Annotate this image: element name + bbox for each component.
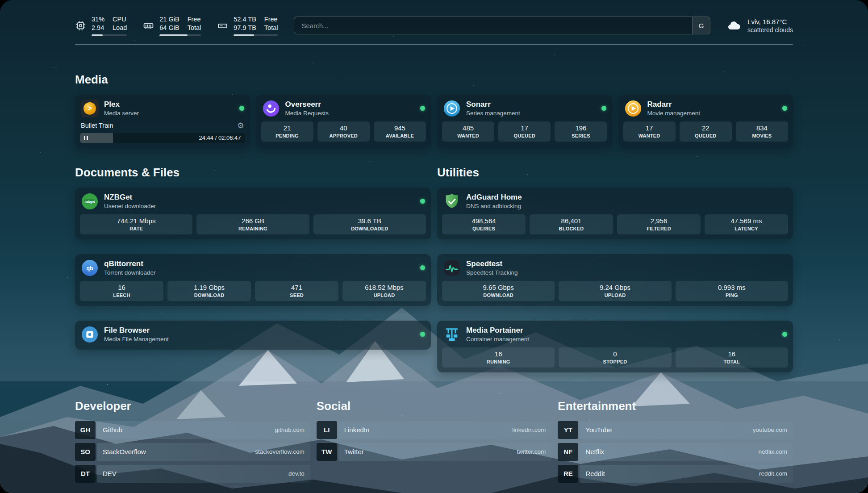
memory-icon xyxy=(143,20,154,31)
bookmark-domain: dev.to xyxy=(288,470,305,477)
service-subtitle: Series management xyxy=(466,110,520,117)
service-name: AdGuard Home xyxy=(466,193,522,202)
status-dot xyxy=(420,106,425,111)
disk-progress-bar xyxy=(234,34,278,36)
cpu-load-value: 2.94 xyxy=(92,24,104,32)
now-playing-title: Bullet Train xyxy=(81,122,113,129)
bookmark-group-developer: Developer GH Github github.com SO StackO… xyxy=(75,399,310,487)
nzbget-icon: nzbget xyxy=(81,192,99,210)
memory-free-value: 21 GiB xyxy=(159,15,179,24)
bookmark-reddit[interactable]: RE Reddit reddit.com xyxy=(558,465,793,483)
service-card-plex[interactable]: > Plex Media server Bullet Train ⚙ xyxy=(75,95,250,148)
stat-wanted: 485 WANTED xyxy=(442,121,494,142)
bookmark-name: StackOverflow xyxy=(103,448,146,455)
stat-ping: 0.993 ms PING xyxy=(676,281,788,301)
stat-remaining: 266 GB REMAINING xyxy=(196,214,309,234)
service-subtitle: DNS and adblocking xyxy=(466,203,522,209)
stat-latency: 47.569 ms LATENCY xyxy=(705,214,788,234)
bookmark-name: Twitter xyxy=(344,448,364,455)
bookmark-github[interactable]: GH Github github.com xyxy=(75,421,310,439)
stat-rate: 744.21 Mbps RATE xyxy=(80,214,192,234)
stat-pending: 21 PENDING xyxy=(261,121,313,142)
bookmark-abbr: YT xyxy=(558,421,578,439)
section-media: Media > Plex Media server Bullet Tr xyxy=(75,73,793,148)
status-dot xyxy=(420,332,425,337)
memory-widget: 21 GiB 64 GiB Free Total xyxy=(143,15,201,36)
bookmark-twitter[interactable]: TW Twitter twitter.com xyxy=(317,443,552,461)
top-bar: 31% 2.94 CPU Load xyxy=(75,15,793,36)
service-subtitle: Movie management xyxy=(647,110,701,117)
bookmark-domain: youtube.com xyxy=(753,426,787,433)
memory-free-label: Free xyxy=(188,15,201,24)
settings-gear-icon[interactable]: ⚙ xyxy=(237,122,244,130)
search-provider-button[interactable]: G xyxy=(692,17,710,34)
bookmark-linkedin[interactable]: LI LinkedIn linkedin.com xyxy=(317,421,552,439)
bookmark-domain: github.com xyxy=(275,426,305,433)
bookmark-domain: stackoverflow.com xyxy=(255,448,304,455)
bookmark-abbr: DT xyxy=(75,465,96,483)
sonarr-icon xyxy=(443,100,461,117)
bookmark-abbr: RE xyxy=(558,465,578,483)
section-title-utilities: Utilities xyxy=(437,166,793,180)
disk-total-label: Total xyxy=(264,24,278,32)
bookmark-name: DEV xyxy=(103,470,117,477)
service-card-adguard-home[interactable]: AdGuard Home DNS and adblocking 498,564 … xyxy=(437,188,793,239)
bookmark-domain: netflix.com xyxy=(758,448,787,455)
bookmark-domain: linkedin.com xyxy=(512,426,546,433)
service-name: Radarr xyxy=(647,100,701,109)
service-card-qbittorrent[interactable]: qb qBittorrent Torrent downloader 16 LEE… xyxy=(75,254,431,306)
section-title-documents: Documents & Files xyxy=(75,166,431,180)
weather-widget: Lviv, 16.87°C scattered clouds xyxy=(726,18,793,33)
bookmark-abbr: LI xyxy=(317,421,337,439)
section-title-entertainment: Entertainment xyxy=(558,399,793,413)
cpu-label: CPU xyxy=(113,15,127,24)
bookmark-abbr: SO xyxy=(75,443,96,461)
stat-seed: 471 SEED xyxy=(255,281,338,301)
pause-icon[interactable] xyxy=(84,136,88,140)
service-name: Sonarr xyxy=(466,100,520,109)
service-card-sonarr[interactable]: Sonarr Series management 485 WANTED 17 Q… xyxy=(437,95,612,148)
service-subtitle: Container management xyxy=(466,336,529,343)
service-card-speedtest[interactable]: Speedtest Speedtest Tracking 9.65 Gbps D… xyxy=(437,254,793,306)
memory-total-value: 64 GiB xyxy=(159,24,179,32)
stat-blocked: 86,401 BLOCKED xyxy=(530,214,613,234)
service-name: NZBGet xyxy=(104,193,156,202)
search-input[interactable] xyxy=(294,17,710,34)
cpu-progress-bar xyxy=(92,34,127,36)
disk-free-label: Free xyxy=(264,15,278,24)
stat-approved: 40 APPROVED xyxy=(317,121,370,142)
bookmark-netflix[interactable]: NF Netflix netflix.com xyxy=(558,443,793,461)
status-dot xyxy=(782,106,787,111)
service-card-radarr[interactable]: Radarr Movie management 17 WANTED 22 QUE… xyxy=(618,95,793,148)
stat-download: 9.65 Gbps DOWNLOAD xyxy=(442,281,555,301)
bookmark-stackoverflow[interactable]: SO StackOverflow stackoverflow.com xyxy=(75,443,310,461)
disk-free-value: 52.4 TB xyxy=(234,15,256,24)
playback-progress-bar[interactable]: 24:44 / 02:06:47 xyxy=(80,133,245,143)
memory-total-label: Total xyxy=(188,24,201,32)
bookmark-dev[interactable]: DT DEV dev.to xyxy=(75,465,310,483)
cpu-widget: 31% 2.94 CPU Load xyxy=(75,15,127,36)
search-bar: G xyxy=(294,17,710,34)
stat-upload: 618.52 Mbps UPLOAD xyxy=(342,281,426,301)
status-dot xyxy=(601,106,606,111)
cpu-usage-value: 31% xyxy=(92,15,104,24)
stat-queued: 22 QUEUED xyxy=(680,121,732,142)
snow-flakes xyxy=(0,0,1,1)
cpu-load-label: Load xyxy=(113,24,127,32)
bookmark-domain: reddit.com xyxy=(759,470,787,477)
service-card-filebrowser[interactable]: File Browser Media File Management xyxy=(75,321,431,350)
stat-wanted: 17 WANTED xyxy=(623,121,676,142)
disk-total-value: 97.9 TB xyxy=(234,24,256,32)
service-card-portainer[interactable]: Media Portainer Container management 16 … xyxy=(437,321,793,372)
stat-movies: 834 MOVIES xyxy=(736,121,788,142)
bookmark-name: Netflix xyxy=(585,448,604,455)
service-subtitle: Media Requests xyxy=(285,110,329,117)
service-name: Overseerr xyxy=(285,100,329,109)
bookmark-abbr: TW xyxy=(317,443,337,461)
bookmark-name: LinkedIn xyxy=(344,426,370,434)
service-card-overseerr[interactable]: Overseerr Media Requests 21 PENDING 40 A… xyxy=(256,95,431,148)
bookmark-youtube[interactable]: YT YouTube youtube.com xyxy=(558,421,793,439)
stat-running: 16 RUNNING xyxy=(442,347,555,368)
status-dot xyxy=(420,199,425,204)
service-card-nzbget[interactable]: nzbget NZBGet Usenet downloader 744.21 M… xyxy=(75,188,431,239)
